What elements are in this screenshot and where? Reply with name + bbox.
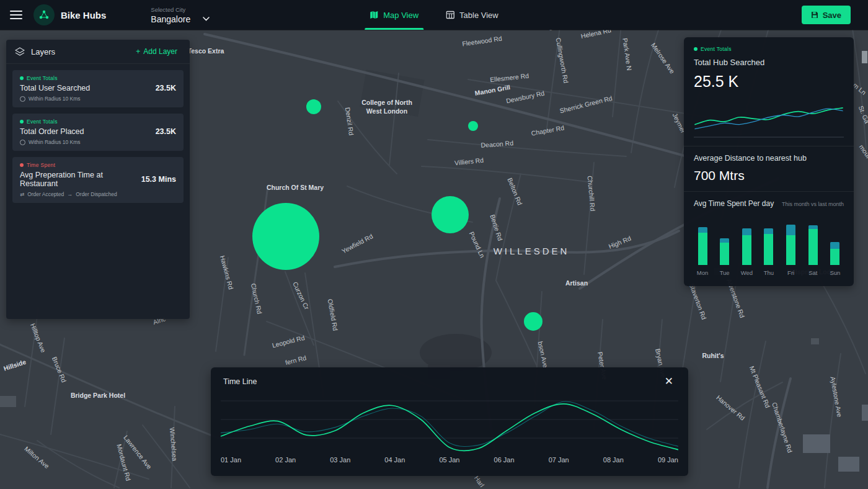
menu-button[interactable] [10,11,22,19]
save-button[interactable]: Save [802,6,851,24]
bar-segment-last-month [786,225,795,235]
map-label: Church Of St Mary [267,184,324,191]
layers-icon [15,47,25,56]
flow-to-label: Order Dispatched [76,191,117,197]
chevron-down-icon [203,17,210,21]
bar-label: Thu [764,269,774,276]
stats-category-label: Event Totals [701,46,732,52]
bar-segment-this-month [786,235,795,265]
timeline-x-label: 02 Jan [275,456,296,464]
radius-label: Within Radius 10 Kms [29,139,81,145]
bar-segment-last-month [830,242,839,249]
bar-segment-this-month [764,234,773,265]
map-label: Bridge Park Hotel [71,392,125,399]
tab-label: Map View [383,11,418,20]
bar-fri: Fri [784,215,799,276]
category-label: Time Spent [27,162,55,168]
app-title: Bike Hubs [61,10,106,20]
bar-chart-title: Avg Time Spent Per day [694,199,774,208]
bar-chart-header: Avg Time Spent Per day This month vs las… [694,199,844,208]
view-tabs: Map View Table View [360,0,508,30]
top-navbar: Bike Hubs Selected City Bangalore Map Vi… [0,0,868,30]
layer-card-value: 15.3 Mins [141,175,176,184]
hub-metric-value: 25.5 K [694,73,844,91]
bar-sat: Sat [805,215,820,276]
map-label: College of North [361,99,412,106]
timeline-x-label: 03 Jan [330,456,350,464]
swap-arrows-icon: ⇄ [20,191,24,197]
divider [684,191,854,192]
timeline-x-label: 06 Jan [494,456,515,464]
divider [684,146,854,146]
city-selector[interactable]: Selected City Bangalore [151,6,210,24]
layer-card-subtitle: Within Radius 10 Kms [20,96,176,102]
timeline-x-label: 09 Jan [658,456,678,464]
layer-card-category: Event Totals [20,75,176,81]
timeline-x-axis: 01 Jan02 Jan03 Jan04 Jan05 Jan06 Jan07 J… [211,456,688,464]
timeline-x-label: 07 Jan [549,456,569,464]
save-button-label: Save [823,11,841,20]
category-dot-icon [20,76,24,80]
layer-card-value: 23.5K [156,84,176,92]
bar-segment-last-month [698,227,707,233]
hub-metric-title: Total Hub Searched [694,58,844,67]
hub-bubble[interactable] [524,312,542,331]
map-label: Artisan [565,279,588,287]
selected-city-value: Bangalore [151,14,190,24]
category-dot-icon [20,120,24,123]
hub-bubble[interactable] [306,99,321,114]
weekly-bar-chart: MonTueWedThuFriSatSun [694,215,844,276]
layer-card-flow: ⇄Order Accepted→Order Dispatched [20,191,176,197]
layer-card-subtitle: Within Radius 10 Kms [20,139,176,145]
bar-segment-last-month [742,228,751,235]
bar-segment-this-month [830,249,839,265]
tab-label: Table View [459,11,498,20]
layer-card[interactable]: Event TotalsTotal Order Placed23.5KWithi… [12,114,184,151]
stats-panel: Event Totals Total Hub Searched 25.5 K A… [684,37,854,286]
add-layer-label: Add Layer [143,47,177,56]
table-view-icon [446,11,454,19]
stats-category: Event Totals [694,46,844,52]
distance-metric-value: 700 Mtrs [694,168,844,183]
bar-segment-this-month [720,243,729,265]
layer-card[interactable]: Time SpentAvg Preperation Time at Restau… [12,157,184,203]
add-layer-button[interactable]: + Add Layer [132,47,181,56]
hub-bubble[interactable] [468,121,478,131]
layer-card[interactable]: Event TotalsTotal User Searched23.5KWith… [12,70,184,107]
hub-bubble[interactable] [432,196,469,233]
timeline-chart [221,392,678,454]
radius-label: Within Radius 10 Kms [29,96,81,102]
map-label: Ruhit's [702,352,724,359]
app-brand: Bike Hubs [33,4,106,25]
plus-icon: + [136,47,140,56]
category-dot-icon [694,47,698,51]
bar-segment-this-month [808,229,818,265]
tab-table-view[interactable]: Table View [436,0,508,30]
hub-icon [38,9,50,20]
layer-card-category: Time Spent [20,162,176,168]
timeline-x-label: 08 Jan [603,456,624,464]
timeline-x-label: 05 Jan [439,456,459,464]
timeline-title: Time Line [223,377,257,386]
layers-panel-title: Layers [31,47,132,56]
bar-mon: Mon [695,215,710,276]
map-label: WILLESDEN [494,246,570,256]
bar-tue: Tue [717,215,732,276]
bar-segment-last-month [720,238,729,243]
close-button[interactable]: ✕ [661,375,677,387]
layer-card-title: Total User Searched [20,84,90,92]
bar-label: Tue [720,269,730,276]
bar-label: Wed [741,269,753,276]
hamburger-icon [10,11,22,12]
layers-panel: Layers + Add Layer Event TotalsTotal Use… [6,40,190,319]
hub-bubble[interactable] [252,203,319,270]
category-label: Event Totals [27,75,58,81]
bar-label: Sun [830,269,840,276]
tab-map-view[interactable]: Map View [360,0,428,30]
hub-sparkline-chart [694,97,844,138]
app-logo [33,4,55,25]
bar-segment-last-month [764,228,773,234]
layer-card-category: Event Totals [20,119,176,125]
bar-sun: Sun [828,215,843,276]
timeline-header: Time Line ✕ [211,367,688,387]
